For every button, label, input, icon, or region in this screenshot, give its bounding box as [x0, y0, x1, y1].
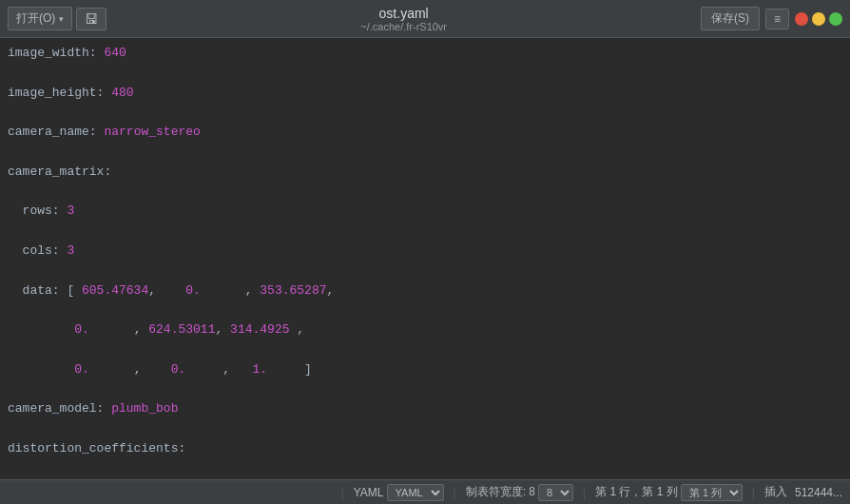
filename: ost.yaml: [360, 6, 447, 21]
status-separator-3: |: [583, 486, 586, 499]
status-position: 第 1 行，第 1 列 第 1 列: [595, 484, 743, 501]
file-icon: 🖫: [85, 11, 98, 27]
status-separator-1: |: [341, 486, 344, 499]
titlebar: 打开(O) ▾ 🖫 ost.yaml ~/.cache/.fr-rS10vr 保…: [0, 0, 850, 38]
statusbar: | YAML YAML | 制表符宽度: 8 8 | 第 1 行，第 1 列 第…: [0, 479, 850, 504]
close-button[interactable]: [795, 12, 808, 26]
status-extra: 512444...: [795, 486, 842, 499]
file-icon-button[interactable]: 🖫: [76, 8, 106, 30]
position-label: 第 1 行，第 1 列: [595, 484, 678, 500]
titlebar-right: 保存(S) ≡: [701, 7, 842, 30]
filepath: ~/.cache/.fr-rS10vr: [360, 21, 447, 32]
tab-label: 制表符宽度: 8: [466, 484, 535, 500]
status-yaml: YAML YAML: [354, 484, 444, 501]
position-dropdown[interactable]: 第 1 列: [681, 484, 743, 501]
yaml-label: YAML: [354, 486, 384, 499]
titlebar-center: ost.yaml ~/.cache/.fr-rS10vr: [360, 6, 447, 32]
status-encoding: 插入: [764, 484, 787, 500]
save-button[interactable]: 保存(S): [701, 7, 760, 30]
minimize-button[interactable]: [812, 12, 825, 26]
status-separator-2: |: [454, 486, 456, 499]
titlebar-left: 打开(O) ▾ 🖫: [8, 7, 106, 30]
editor[interactable]: image_width: 640 image_height: 480 camer…: [0, 38, 850, 479]
maximize-button[interactable]: [829, 12, 842, 26]
tab-dropdown[interactable]: 8: [538, 484, 573, 501]
status-tab: 制表符宽度: 8 8: [466, 484, 573, 501]
chevron-down-icon: ▾: [59, 14, 64, 24]
window-controls: [795, 12, 842, 26]
yaml-dropdown[interactable]: YAML: [387, 484, 444, 501]
open-button[interactable]: 打开(O) ▾: [8, 7, 72, 30]
extra-label: 512444...: [795, 486, 842, 499]
open-label: 打开(O): [16, 10, 55, 27]
encoding-label: 插入: [764, 484, 787, 500]
status-separator-4: |: [752, 486, 755, 499]
menu-button[interactable]: ≡: [765, 9, 789, 29]
